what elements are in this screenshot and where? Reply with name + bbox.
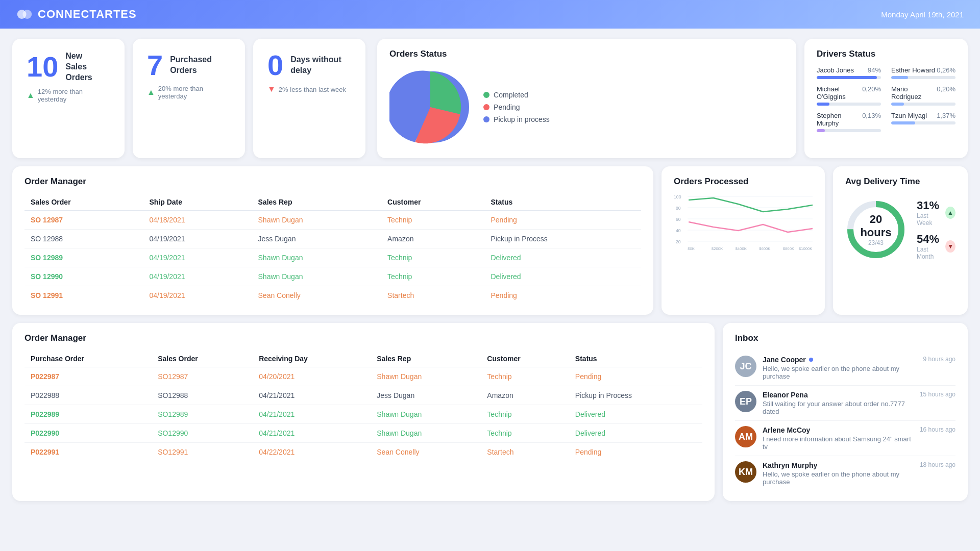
- logo-icon: [16, 6, 33, 22]
- driver-info-5: Tzun Miyagi 1,37%: [891, 112, 955, 119]
- inbox-message: Hello, we spoke earlier on the phone abo…: [763, 365, 917, 380]
- cell-so: SO12990: [152, 424, 253, 443]
- stat-main-purchased: 7 PurchasedOrders: [147, 51, 231, 80]
- pie-legend: Completed Pending Pickup in process: [483, 91, 550, 123]
- cell-rep: Shawn Dugan: [371, 405, 481, 424]
- delivery-stat-week: 31% Last Week ▲: [917, 199, 955, 227]
- pie-chart: [389, 66, 471, 148]
- table-row: P022991 SO12991 04/22/2021 Sean Conelly …: [24, 443, 702, 462]
- svg-text:$0K: $0K: [688, 246, 695, 250]
- inbox-item[interactable]: EP Eleanor Pena Still waiting for your a…: [735, 386, 955, 421]
- table-row: P022990 SO12990 04/21/2021 Shawn Dugan T…: [24, 424, 702, 443]
- bottom-row: Order Manager Purchase Order Sales Order…: [12, 323, 968, 501]
- cell-rep: Shawn Dugan: [371, 367, 481, 386]
- inbox-card: Inbox JC Jane Cooper Hello, we spoke ear…: [723, 323, 968, 501]
- stat-label-purchased: PurchasedOrders: [170, 55, 212, 76]
- inbox-sender-name: Jane Cooper: [763, 356, 806, 364]
- cell-status: Pending: [569, 443, 702, 462]
- cell-status: Delivered: [569, 405, 702, 424]
- svg-text:$1000K: $1000K: [799, 246, 813, 250]
- svg-text:100: 100: [674, 194, 681, 199]
- orders-processed-title: Orders Processed: [674, 177, 813, 187]
- svg-text:$200K: $200K: [712, 246, 723, 250]
- cell-customer: Technip: [381, 267, 484, 286]
- avg-delivery-card: Avg Delivery Time 20 hours 23/43: [833, 166, 968, 315]
- driver-row-3: Mario Rodriguez 0,20%: [891, 85, 955, 106]
- inbox-item[interactable]: KM Kathryn Murphy Hello, we spoke earlie…: [735, 456, 955, 491]
- header-date: Monday April 19th, 2021: [881, 10, 964, 19]
- driver-row-0: Jacob Jones 94%: [817, 66, 881, 79]
- stat-sub-text-purchased: 20% more than yesterday: [158, 85, 231, 100]
- inbox-content: Jane Cooper Hello, we spoke earlier on t…: [763, 356, 917, 380]
- col-so-b: Sales Order: [152, 350, 253, 367]
- avatar: EP: [735, 391, 756, 412]
- driver-pct-3: 0,20%: [937, 85, 955, 101]
- driver-progress-1: [891, 76, 955, 79]
- svg-point-1: [22, 10, 32, 19]
- order-manager-title-bottom: Order Manager: [24, 333, 702, 343]
- stat-card-purchased: 7 PurchasedOrders ▲ 20% more than yester…: [133, 39, 245, 158]
- inbox-message: I need more information about Samsung 24…: [763, 435, 914, 450]
- cell-date: 04/18/2021: [143, 211, 252, 230]
- cell-customer: Technip: [381, 248, 484, 267]
- cell-date: 04/21/2021: [253, 405, 371, 424]
- legend-label-pickup: Pickup in process: [494, 115, 550, 123]
- cell-date: 04/19/2021: [143, 230, 252, 248]
- stat-card-sales: 10 NewSales Orders ▲ 12% more than yeste…: [12, 39, 125, 158]
- svg-text:80: 80: [676, 206, 681, 211]
- driver-progress-3: [891, 103, 955, 106]
- delivery-pct-week: 31%: [917, 199, 941, 212]
- col-status-b: Status: [569, 350, 702, 367]
- cell-rep: Shawn Dugan: [252, 211, 382, 230]
- cell-so: SO12991: [152, 443, 253, 462]
- driver-info-3: Mario Rodriguez 0,20%: [891, 85, 955, 101]
- stat-sub-purchased: ▲ 20% more than yesterday: [147, 85, 231, 100]
- driver-pct-5: 1,37%: [937, 112, 955, 119]
- top-row: 10 NewSales Orders ▲ 12% more than yeste…: [12, 39, 968, 158]
- cell-date: 04/22/2021: [253, 443, 371, 462]
- col-receiving: Receiving Day: [253, 350, 371, 367]
- col-po: Purchase Order: [24, 350, 152, 367]
- driver-name-2: Michael O'Giggins: [817, 85, 862, 101]
- inbox-sender-name: Kathryn Murphy: [763, 461, 817, 469]
- inbox-message: Hello, we spoke earlier on the phone abo…: [763, 470, 914, 486]
- inbox-time: 18 hours ago: [920, 461, 955, 468]
- donut-chart: 20 hours 23/43: [845, 199, 906, 260]
- inbox-name-row: Eleanor Pena: [763, 391, 914, 399]
- trend-down-icon-delay: ▼: [267, 85, 276, 94]
- col-rep: Sales Rep: [252, 194, 382, 211]
- stat-sub-text-sales: 12% more than yesterday: [38, 88, 110, 103]
- cell-rep: Jess Dugan: [252, 230, 382, 248]
- col-so: Sales Order: [24, 194, 143, 211]
- orders-status-title: Orders Status: [389, 49, 784, 59]
- driver-progress-0: [817, 76, 881, 79]
- avatar: AM: [735, 426, 756, 447]
- svg-text:60: 60: [676, 217, 681, 222]
- driver-row-1: Esther Howard 0,26%: [891, 66, 955, 79]
- header: CONNECTARTES Monday April 19th, 2021: [0, 0, 980, 29]
- stat-main-delay: 0 Days withoutdelay: [267, 51, 351, 80]
- col-date: Ship Date: [143, 194, 252, 211]
- cell-status: Pickup in Process: [485, 230, 641, 248]
- inbox-item[interactable]: JC Jane Cooper Hello, we spoke earlier o…: [735, 350, 955, 386]
- cell-so: SO 12990: [24, 267, 143, 286]
- legend-pending: Pending: [483, 103, 550, 111]
- table-row: SO 12991 04/19/2021 Sean Conelly Startec…: [24, 286, 641, 305]
- drivers-status-card: Drivers Status Jacob Jones 94% Esther Ho…: [804, 39, 968, 158]
- inbox-item[interactable]: AM Arlene McCoy I need more information …: [735, 421, 955, 456]
- delivery-stats: 31% Last Week ▲ 54% Last Month ▼: [917, 199, 955, 260]
- cell-status: Pending: [569, 367, 702, 386]
- stat-number-purchased: 7: [147, 51, 163, 80]
- stat-cards-group: 10 NewSales Orders ▲ 12% more than yeste…: [12, 39, 369, 158]
- orders-processed-card: Orders Processed 100 80 60: [662, 166, 825, 315]
- inbox-name-row: Kathryn Murphy: [763, 461, 914, 469]
- trend-down-badge-month: ▼: [945, 240, 955, 253]
- inbox-time: 16 hours ago: [920, 426, 955, 433]
- cell-status: Delivered: [485, 248, 641, 267]
- avg-delivery-title: Avg Delivery Time: [845, 177, 955, 187]
- order-manager-title-top: Order Manager: [24, 177, 641, 187]
- cell-rep: Sean Conelly: [252, 286, 382, 305]
- order-manager-card-bottom: Order Manager Purchase Order Sales Order…: [12, 323, 715, 501]
- inbox-name-row: Jane Cooper: [763, 356, 917, 364]
- logo-text: CONNECTARTES: [38, 8, 137, 21]
